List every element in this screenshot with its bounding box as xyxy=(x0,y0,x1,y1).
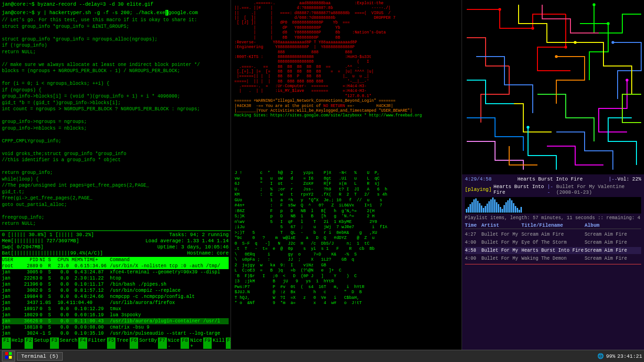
right-panel: 4:29/4:58 Hearts Burst Into Fire |-- Vol… xyxy=(462,0,644,350)
middle-panel: .======-. aad8888888baa :Exploit-the ||.… xyxy=(231,0,462,350)
svg-point-3 xyxy=(593,3,595,6)
waveform-bar xyxy=(483,208,484,213)
col-header-album: Album xyxy=(585,222,641,228)
track-time: 4:58 xyxy=(465,247,481,254)
col-header-time: Time xyxy=(465,222,481,228)
waveform-bar xyxy=(513,203,514,213)
waveform-bar xyxy=(473,199,475,213)
process-row[interactable]: jan 18818 0 S 0.0 0.0 0:08.00 cmatrix -b… xyxy=(2,324,229,330)
process-row[interactable]: root 2889 0 R 23.0 0.6 15:34.96 /usr/bin… xyxy=(2,263,229,269)
waveform-bar xyxy=(511,200,512,213)
player-status: [playing] xyxy=(465,187,492,192)
process-row[interactable]: jan 18917 0 S 0.0 0.1 0:12.29 tmux xyxy=(2,306,229,312)
process-row[interactable]: jan 22263 0 S 0.0 2.3 0:11.22 htop xyxy=(2,275,229,281)
process-table: USER PID NI S CPU% MEM% TIME+ Command ro… xyxy=(2,257,229,337)
svg-point-0 xyxy=(498,8,501,11)
htop-area: 0 [||||| 30.8%] 1 [||||| 30.2%] Tasks: 9… xyxy=(0,230,231,350)
f8-label: Nice + xyxy=(189,337,203,349)
waveform-bar xyxy=(490,199,492,213)
f5-key[interactable]: F5 xyxy=(107,337,116,349)
start-button[interactable] xyxy=(2,351,15,362)
track-artist: Bullet For My xyxy=(481,247,521,254)
process-row[interactable]: jan 3437 1.0 S 10.4 11:04.40 /usr/lib/au… xyxy=(2,300,229,306)
volume-level: 99% xyxy=(606,354,615,359)
waveform-bar xyxy=(505,202,507,213)
track-time: 4:27 xyxy=(465,231,481,238)
f1-label: Help xyxy=(11,337,25,349)
process-row[interactable]: jan 18029 0 S 0.0 0.6 0:16.19 lua 3spook… xyxy=(2,312,229,318)
f9-key[interactable]: F9 xyxy=(203,337,212,349)
waveform-bar xyxy=(509,198,511,213)
svg-point-1 xyxy=(531,27,534,30)
f8-key[interactable]: F8 xyxy=(181,337,190,349)
track-album: Scream Aim Fire xyxy=(585,247,641,254)
playlist-row[interactable]: 4:00 Bullet For My Waking The Demon Scre… xyxy=(465,255,641,262)
track-title: Scream Aim Fire xyxy=(521,231,585,238)
hacker-art-bottom: J ! c * h@ 2 yzps P)X -N< % U P, vw s u … xyxy=(231,170,462,350)
process-row[interactable]: jan 3005 0 S 0.0 0.4 3:24.87 xfce4-termi… xyxy=(2,269,229,275)
prompt-1: jan@core:~$ byzanz-record --delay=3 -d 3… xyxy=(2,1,229,8)
f10-key[interactable]: F10 xyxy=(226,337,231,349)
waveform-bar xyxy=(502,209,503,213)
f1-key[interactable]: F1 xyxy=(2,337,11,349)
bat-bar: Bat[|||||||||||||||||||99.4%(A/C)] xyxy=(2,250,103,256)
waveform-bar xyxy=(470,204,471,213)
svg-point-4 xyxy=(607,22,610,25)
player-time: 4:29/4:58 xyxy=(465,176,492,182)
f7-label: Nice - xyxy=(167,337,181,349)
now-playing-album: Bullet For My Valentine (2008-01-23) xyxy=(556,184,641,195)
svg-point-2 xyxy=(564,46,567,49)
f2-label: Setup xyxy=(33,337,50,349)
f3-key[interactable]: F3 xyxy=(50,337,59,349)
track-title: Hearts Burst Into Fire xyxy=(521,247,585,254)
code-output: // Let's go. For this test, use this mac… xyxy=(2,17,229,227)
taskbar-terminal[interactable]: Terminal (5) xyxy=(17,352,63,361)
function-bar: F1Help F2Setup F3Search F4Filter F5Tree … xyxy=(2,337,229,349)
f6-key[interactable]: F6 xyxy=(130,337,139,349)
f4-key[interactable]: F4 xyxy=(78,337,87,349)
player-separator: |-- xyxy=(609,176,618,182)
process-row[interactable]: jan 36626 0 S 0.0 0.1 1:00.43 /usr/lib/a… xyxy=(2,318,229,324)
track-album: Scream Aim Fire xyxy=(585,239,641,246)
waveform-bar xyxy=(496,202,497,213)
svg-point-5 xyxy=(611,41,614,44)
waveform-bar xyxy=(494,199,495,213)
tasks-info: Tasks: 94; 2 running xyxy=(169,232,229,238)
waveform-bar xyxy=(471,202,473,213)
svg-point-9 xyxy=(527,126,529,129)
track-album: Scream Aim Fire xyxy=(585,255,641,262)
track-title: Waking The Demon xyxy=(521,255,585,262)
f2-key[interactable]: F2 xyxy=(25,337,33,349)
f4-label: Filter xyxy=(87,337,107,349)
taskbar: Terminal (5) 🌐 99% 23:41:21 xyxy=(0,350,644,362)
track-album: Scream Aim Fire xyxy=(585,231,641,238)
playlist-row[interactable]: 4:00 Bullet For My Eye Of The Storm Scre… xyxy=(465,239,641,246)
left-panel: jan@core:~$ byzanz-record --delay=3 -d 3… xyxy=(0,0,231,350)
f6-label: SortBy xyxy=(138,337,158,349)
process-row[interactable]: jan 21396 0 S 0.0 0.1 0:11.17 /bin/bash … xyxy=(2,281,229,288)
f7-key[interactable]: F7 xyxy=(158,337,167,349)
process-row[interactable]: jan 3024 -1 S 0.0 0.1 0:35.10 /usr/bin/p… xyxy=(2,330,229,337)
process-row[interactable]: jan 3002 0 S 0.0 0.8 1:57.12 /usr/bin/co… xyxy=(2,288,229,294)
waveform-bar xyxy=(479,203,480,213)
player-volume: Vol: 22% xyxy=(618,176,641,182)
process-row[interactable]: jan 19984 0 S 0.0 0.4 0:24.66 ncmpcpp -c… xyxy=(2,294,229,300)
now-playing-track: Hearts Burst Into Fire xyxy=(494,184,545,195)
waveform-bar xyxy=(517,208,518,213)
main-area: jan@core:~$ byzanz-record --delay=3 -d 3… xyxy=(0,0,644,350)
svg-rect-11 xyxy=(9,352,12,355)
taskbar-tray: 🌐 99% 23:41:21 xyxy=(597,353,642,359)
hostname-info: Hostname: core xyxy=(187,250,229,256)
waveform-bar xyxy=(515,206,516,213)
playlist-row-active[interactable]: 4:58 Bullet For My Hearts Burst Into Fir… xyxy=(465,247,641,254)
waveform-bar xyxy=(485,206,486,213)
maze-svg xyxy=(462,0,644,174)
waveform-bar xyxy=(520,207,522,213)
playlist-row[interactable]: 4:27 Bullet For My Scream Aim Fire Screa… xyxy=(465,231,641,238)
col-header-artist: Artist xyxy=(481,222,521,228)
svg-rect-13 xyxy=(9,356,12,359)
maze-area xyxy=(462,0,644,174)
waveform-bar xyxy=(477,201,479,213)
svg-rect-10 xyxy=(5,352,8,355)
waveform-bar xyxy=(504,205,505,213)
